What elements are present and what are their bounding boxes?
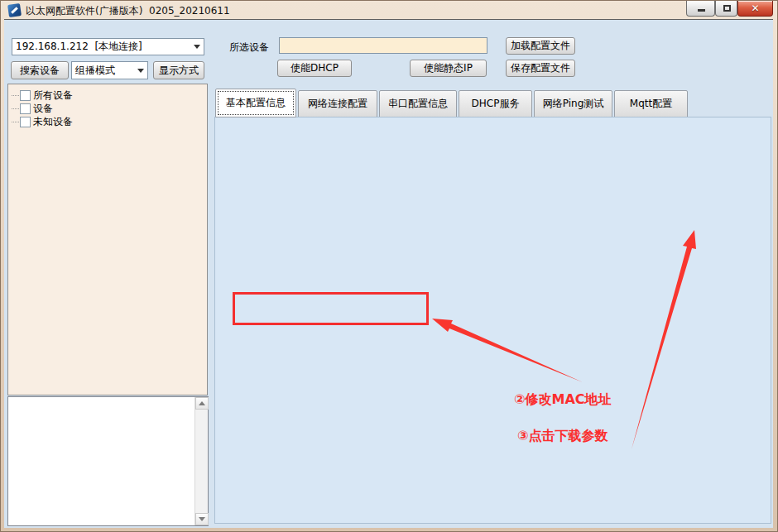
log-scrollbar[interactable] xyxy=(194,397,208,525)
network-adapter-value: 192.168.1.212 [本地连接] xyxy=(12,40,190,54)
enable-dhcp-button[interactable]: 使能DHCP xyxy=(277,60,352,77)
scroll-down-icon xyxy=(199,517,205,521)
checkbox-all-devices[interactable] xyxy=(20,90,31,101)
tree-connector xyxy=(12,108,19,109)
scroll-up-icon xyxy=(199,401,205,405)
tree-item-label: 所有设备 xyxy=(33,89,73,103)
chevron-down-icon[interactable] xyxy=(134,62,147,79)
scroll-down-button[interactable] xyxy=(195,513,209,525)
broadcast-mode-value: 组播模式 xyxy=(72,64,134,78)
tree-item-devices[interactable]: 设备 xyxy=(12,102,205,115)
tree-item-label: 未知设备 xyxy=(33,115,73,129)
log-listbox[interactable] xyxy=(7,396,209,526)
app-icon xyxy=(7,3,22,17)
titlebar: 以太网配置软件(广播版本) 0205_20210611 ✕ xyxy=(1,1,778,19)
annotation-step2: ②修改MAC地址 xyxy=(514,391,612,409)
save-config-button[interactable]: 保存配置文件 xyxy=(506,60,575,77)
annotation-step3: ③点击下载参数 xyxy=(517,428,608,445)
tree-connector xyxy=(12,95,19,96)
minimize-button[interactable] xyxy=(686,1,715,17)
network-adapter-select[interactable]: 192.168.1.212 [本地连接] xyxy=(12,38,204,55)
display-mode-button[interactable]: 显示方式 xyxy=(153,61,204,79)
load-config-button[interactable]: 加载配置文件 xyxy=(506,37,575,55)
close-icon: ✕ xyxy=(738,2,772,14)
enable-static-ip-button[interactable]: 使能静态IP xyxy=(410,60,487,77)
selected-device-input[interactable] xyxy=(279,37,487,54)
maximize-button[interactable] xyxy=(715,1,737,17)
tree-connector xyxy=(12,122,19,122)
tree-item-unknown-devices[interactable]: 未知设备 xyxy=(12,115,205,128)
tab-page-basic-config xyxy=(214,117,771,524)
tab-basic-config[interactable]: 基本配置信息 xyxy=(215,89,296,117)
tab-dhcp-service[interactable]: DHCP服务 xyxy=(459,90,532,117)
maximize-icon xyxy=(723,5,731,12)
broadcast-mode-select[interactable]: 组播模式 xyxy=(71,61,148,79)
checkbox-devices[interactable] xyxy=(20,103,31,114)
scroll-up-button[interactable] xyxy=(195,397,209,410)
tree-item-label: 设备 xyxy=(33,102,53,116)
tab-network-connect[interactable]: 网络连接配置 xyxy=(298,90,377,117)
tab-mqtt-config[interactable]: Mqtt配置 xyxy=(614,90,688,117)
chevron-down-icon[interactable] xyxy=(190,39,204,55)
tab-ping-test[interactable]: 网络Ping测试 xyxy=(534,90,612,117)
device-tree: 所有设备 设备 未知设备 xyxy=(7,84,208,395)
window-title: 以太网配置软件(广播版本) 0205_20210611 xyxy=(26,4,230,18)
tree-item-all-devices[interactable]: 所有设备 xyxy=(12,89,205,102)
minimize-icon xyxy=(698,9,705,12)
app-window: 以太网配置软件(广播版本) 0205_20210611 ✕ 192.168.1.… xyxy=(0,0,778,532)
tab-serial-config[interactable]: 串口配置信息 xyxy=(379,90,457,117)
selected-device-label: 所选设备 xyxy=(229,41,269,55)
close-button[interactable]: ✕ xyxy=(737,1,773,17)
search-device-button[interactable]: 搜索设备 xyxy=(11,61,69,79)
checkbox-unknown-devices[interactable] xyxy=(20,117,31,127)
